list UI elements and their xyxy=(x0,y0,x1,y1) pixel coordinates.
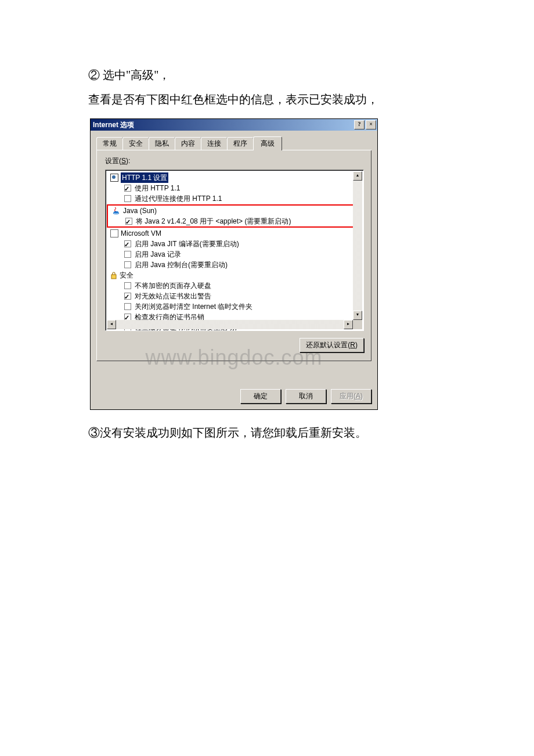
tree-item-label: 不将加密的页面存入硬盘 xyxy=(135,280,211,291)
checkbox-icon[interactable] xyxy=(124,185,131,192)
tree-item-java-jit[interactable]: 启用 Java JIT 编译器(需要重启动) xyxy=(107,239,362,249)
scroll-track[interactable] xyxy=(353,181,362,311)
tree-item-label: 关闭浏览器时清空 Internet 临时文件夹 xyxy=(135,301,252,312)
tree-group-msvm-label: Microsoft VM xyxy=(121,228,161,239)
tree-group-security[interactable]: 安全 xyxy=(107,270,362,280)
scroll-left-button[interactable]: ◂ xyxy=(107,320,116,329)
checkbox-icon[interactable] xyxy=(124,293,131,300)
settings-label: 设置(S): xyxy=(105,156,364,166)
tree-item-label: 启用 Java 记录 xyxy=(135,249,181,260)
scroll-down-button[interactable]: ▾ xyxy=(353,311,362,320)
cancel-button[interactable]: 取消 xyxy=(286,389,326,404)
dialog-body: 常规 安全 隐私 内容 连接 程序 高级 设置(S): HTTP 1.1 设置 … xyxy=(91,131,377,409)
tree-group-http[interactable]: HTTP 1.1 设置 xyxy=(107,172,362,183)
svg-rect-2 xyxy=(111,275,116,279)
checkbox-icon[interactable] xyxy=(124,261,131,268)
dialog-titlebar[interactable]: Internet 选项 ? × xyxy=(91,119,377,131)
tree-item-label: 启用 Java 控制台(需要重启动) xyxy=(135,260,228,270)
close-button[interactable]: × xyxy=(366,120,376,129)
horizontal-scrollbar[interactable]: ◂ ▸ xyxy=(107,320,353,329)
tree-item-clear-temp-on-close[interactable]: 关闭浏览器时清空 Internet 临时文件夹 xyxy=(107,301,362,312)
tab-strip: 常规 安全 隐私 内容 连接 程序 高级 xyxy=(96,136,371,150)
scroll-h-track[interactable] xyxy=(116,320,344,329)
dialog-button-row: www.bingdoc.com 确定 取消 应用(A) xyxy=(96,389,371,404)
settings-tree[interactable]: HTTP 1.1 设置 使用 HTTP 1.1 通过代理连接使用 HTTP 1.… xyxy=(105,170,364,331)
checkbox-icon[interactable] xyxy=(124,251,131,258)
scroll-up-button[interactable]: ▴ xyxy=(353,171,362,181)
tab-general[interactable]: 常规 xyxy=(96,137,123,150)
advanced-tab-panel: 设置(S): HTTP 1.1 设置 使用 HTTP 1.1 通过代理连接使用 … xyxy=(96,150,371,361)
tree-group-http-label: HTTP 1.1 设置 xyxy=(121,172,168,183)
checkbox-icon[interactable] xyxy=(124,195,131,202)
tree-group-msvm[interactable]: Microsoft VM xyxy=(107,228,362,239)
ok-button[interactable]: 确定 xyxy=(240,389,281,404)
instruction-desc: 查看是否有下图中红色框选中的信息，表示已安装成功， xyxy=(88,88,447,110)
tree-item-label: 使用 HTTP 1.1 xyxy=(135,183,180,193)
page-icon xyxy=(110,174,118,182)
vertical-scrollbar[interactable]: ▴ ▾ xyxy=(353,171,362,320)
tree-item-label: 通过代理连接使用 HTTP 1.1 xyxy=(135,193,222,204)
highlight-box-java: Java (Sun) 将 Java 2 v1.4.2_08 用于 <applet… xyxy=(107,204,362,228)
restore-defaults-button[interactable]: 还原默认设置(R) xyxy=(300,338,364,352)
tree-group-java-label: Java (Sun) xyxy=(123,206,157,216)
help-button[interactable]: ? xyxy=(354,120,365,129)
tree-item-use-http11[interactable]: 使用 HTTP 1.1 xyxy=(107,183,362,193)
tab-connections[interactable]: 连接 xyxy=(201,137,228,150)
internet-options-dialog: Internet 选项 ? × 常规 安全 隐私 内容 连接 程序 高级 设置(… xyxy=(90,118,378,410)
tree-group-security-label: 安全 xyxy=(120,270,134,280)
tab-security[interactable]: 安全 xyxy=(122,137,149,150)
checkbox-icon[interactable] xyxy=(124,282,131,289)
tree-item-label: 启用 Java JIT 编译器(需要重启动) xyxy=(135,239,239,249)
tree-item-warn-invalid-cert[interactable]: 对无效站点证书发出警告 xyxy=(107,291,362,301)
instruction-step-2: ② 选中"高级"， xyxy=(88,64,447,86)
dialog-title: Internet 选项 xyxy=(93,120,353,130)
scroll-right-button[interactable]: ▸ xyxy=(344,320,353,329)
tree-item-proxy-http11[interactable]: 通过代理连接使用 HTTP 1.1 xyxy=(107,193,362,204)
tree-item-java-console[interactable]: 启用 Java 控制台(需要重启动) xyxy=(107,260,362,270)
tree-item-label: 对无效站点证书发出警告 xyxy=(135,291,211,301)
tree-item-java-applet[interactable]: 将 Java 2 v1.4.2_08 用于 <applet> (需要重新启动) xyxy=(108,216,361,226)
tab-advanced[interactable]: 高级 xyxy=(253,136,282,150)
tree-group-java[interactable]: Java (Sun) xyxy=(108,206,361,216)
tree-item-label: 将 Java 2 v1.4.2_08 用于 <applet> (需要重新启动) xyxy=(136,216,291,226)
scroll-corner xyxy=(353,320,362,329)
msvm-icon xyxy=(110,229,118,237)
instruction-step-3: ③没有安装成功则如下图所示，请您卸载后重新安装。 xyxy=(88,422,447,444)
checkbox-icon[interactable] xyxy=(124,303,131,310)
apply-button[interactable]: 应用(A) xyxy=(331,389,371,404)
lock-icon xyxy=(110,271,117,279)
tab-privacy[interactable]: 隐私 xyxy=(149,137,175,150)
checkbox-icon[interactable] xyxy=(124,240,131,247)
tab-content[interactable]: 内容 xyxy=(175,137,201,150)
checkbox-icon[interactable] xyxy=(125,218,132,225)
tab-programs[interactable]: 程序 xyxy=(227,137,254,150)
tree-item-java-log[interactable]: 启用 Java 记录 xyxy=(107,249,362,260)
tree-item-no-cache-encrypted[interactable]: 不将加密的页面存入硬盘 xyxy=(107,280,362,291)
java-icon xyxy=(111,207,121,215)
